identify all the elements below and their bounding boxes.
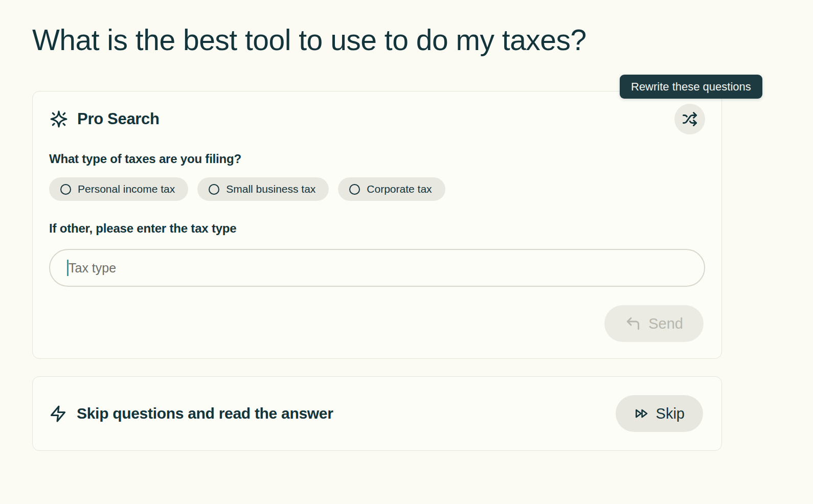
lightning-icon [49,405,67,423]
page-title: What is the best tool to use to do my ta… [0,0,813,57]
skip-title-wrap: Skip questions and read the answer [49,405,333,423]
rewrite-tooltip-label: Rewrite these questions [631,80,751,94]
rewrite-questions-button[interactable] [674,104,705,134]
tax-type-input[interactable] [49,249,705,287]
text-caret [67,260,69,276]
other-tax-type-label: If other, please enter the tax type [49,221,705,236]
fast-forward-icon [634,406,649,421]
option-small-business-tax[interactable]: Small business tax [197,177,329,201]
skip-button-label: Skip [656,405,685,422]
option-label: Personal income tax [78,183,175,195]
send-row: Send [49,305,705,342]
pro-search-title-wrap: Pro Search [49,109,160,129]
option-personal-income-tax[interactable]: Personal income tax [49,177,188,201]
option-corporate-tax[interactable]: Corporate tax [338,177,445,201]
rewrite-tooltip: Rewrite these questions [620,75,762,99]
send-button-label: Send [648,315,683,332]
option-label: Small business tax [226,183,315,195]
radio-icon [349,184,360,195]
tax-type-options: Personal income tax Small business tax C… [49,177,705,201]
page: What is the best tool to use to do my ta… [0,0,813,504]
reply-arrow-icon [625,315,641,332]
pro-search-header: Pro Search [49,104,705,134]
radio-icon [60,184,71,195]
shuffle-icon [682,111,697,127]
tax-type-question: What type of taxes are you filing? [49,152,705,166]
send-button[interactable]: Send [604,305,704,342]
skip-button[interactable]: Skip [616,395,703,432]
skip-title: Skip questions and read the answer [77,405,333,422]
pro-search-title: Pro Search [77,110,160,128]
pro-search-star-icon [49,109,69,129]
skip-card: Skip questions and read the answer Skip [32,376,722,451]
radio-icon [209,184,219,195]
pro-search-card: Pro Search What type of taxes are you fi… [32,91,722,359]
tax-type-input-wrap [49,249,705,287]
option-label: Corporate tax [367,183,432,195]
